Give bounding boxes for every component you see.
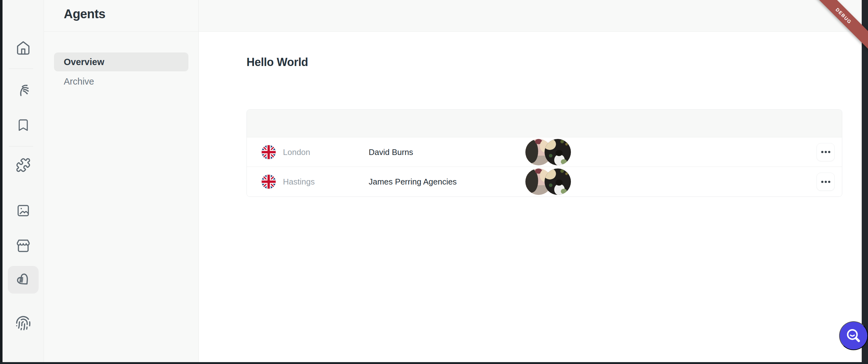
region-cell: Hastings — [283, 177, 315, 187]
subnav-item-overview[interactable]: Overview — [54, 53, 188, 72]
section-panel: Agents Overview Archive — [44, 0, 199, 362]
sidebar-item-identity[interactable] — [8, 309, 39, 337]
ellipsis-icon — [821, 181, 824, 183]
app-window: Agents Overview Archive Hello World — [0, 0, 868, 364]
name-cell: David Burns — [369, 147, 413, 157]
uk-flag-icon — [261, 145, 276, 159]
avatar-group — [525, 168, 571, 195]
main-content: Hello World — [199, 0, 862, 362]
subnav-item-archive[interactable]: Archive — [54, 72, 188, 91]
image-icon — [16, 203, 30, 218]
agents-table: London David Burns — [247, 109, 842, 197]
sidebar-item-home[interactable] — [8, 34, 39, 62]
avatar-image — [545, 168, 571, 195]
store-icon — [16, 238, 31, 253]
ellipsis-icon — [821, 151, 824, 153]
page-title: Agents — [64, 7, 105, 21]
avatar-group — [525, 139, 571, 165]
window-frame-bottom — [0, 362, 868, 364]
bookmark-icon — [16, 118, 30, 132]
handshake-icon — [16, 272, 31, 288]
home-icon — [16, 40, 31, 55]
panel-header: Agents — [44, 0, 198, 32]
sidebar-item-media[interactable] — [8, 197, 39, 224]
window-frame-right — [862, 0, 868, 364]
spread-icon — [16, 83, 31, 98]
table-row[interactable]: Hastings James Perring Agencies — [247, 167, 842, 196]
sidebar-divider — [9, 146, 33, 146]
row-actions-button[interactable] — [816, 143, 835, 161]
subnav-label: Archive — [54, 76, 94, 87]
sidebar-item-agents[interactable] — [8, 266, 39, 293]
subnav-label: Overview — [54, 57, 104, 67]
search-smile-icon — [845, 327, 862, 344]
puzzle-icon — [16, 158, 31, 173]
content-heading: Hello World — [247, 56, 308, 69]
fingerprint-icon — [16, 315, 31, 331]
table-header-row — [247, 110, 842, 137]
name-cell: James Perring Agencies — [369, 177, 457, 187]
sidebar-item-spread[interactable] — [8, 76, 39, 104]
row-actions-button[interactable] — [816, 173, 835, 191]
search-fab-button[interactable] — [839, 321, 868, 350]
table-row[interactable]: London David Burns — [247, 137, 842, 167]
sidebar-divider — [9, 68, 33, 69]
sidebar-item-store[interactable] — [8, 232, 39, 260]
icon-sidebar — [2, 0, 44, 362]
window-frame-left — [0, 0, 2, 364]
main-header-band — [199, 0, 862, 32]
sidebar-item-bookmarks[interactable] — [8, 111, 39, 139]
uk-flag-icon — [261, 175, 276, 189]
avatar-image — [545, 139, 571, 165]
sidebar-item-extensions[interactable] — [8, 151, 39, 179]
region-cell: London — [283, 147, 310, 157]
